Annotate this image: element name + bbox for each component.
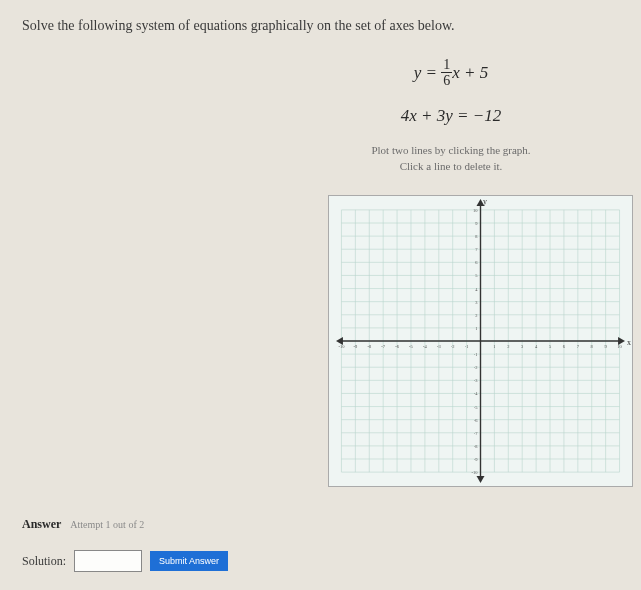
y-axis-label: y <box>483 197 487 206</box>
solution-label: Solution: <box>22 554 66 569</box>
submit-answer-button[interactable]: Submit Answer <box>150 551 228 571</box>
solution-row: Solution: Submit Answer <box>22 550 228 572</box>
svg-text:-1: -1 <box>465 344 469 349</box>
answer-row: Answer Attempt 1 out of 2 <box>22 517 144 532</box>
problem-prompt: Solve the following system of equations … <box>22 18 626 34</box>
svg-text:1: 1 <box>475 326 477 331</box>
coordinate-graph[interactable]: x y -10-10-9-9-8-8-7-7-6-6-5-5-4-4-3-3-2… <box>328 195 633 487</box>
eq1-after: x + 5 <box>452 63 488 82</box>
instruction-line-2: Click a line to delete it. <box>400 160 503 172</box>
solution-input[interactable] <box>74 550 142 572</box>
eq1-fraction: 16 <box>441 57 452 89</box>
svg-text:1: 1 <box>493 344 495 349</box>
eq1-numerator: 1 <box>441 57 452 73</box>
equation-1: y = 16x + 5 <box>291 58 611 90</box>
eq1-equals: = <box>421 63 441 82</box>
equations-block: y = 16x + 5 4x + 3y = −12 Plot two lines… <box>291 58 611 183</box>
eq1-denominator: 6 <box>441 73 452 88</box>
instruction-line-1: Plot two lines by clicking the graph. <box>371 144 530 156</box>
x-axis-label: x <box>627 338 631 347</box>
equation-2: 4x + 3y = −12 <box>291 106 611 126</box>
graph-instruction: Plot two lines by clicking the graph. Cl… <box>291 142 611 175</box>
svg-text:-10: -10 <box>338 344 345 349</box>
svg-text:10: 10 <box>617 344 622 349</box>
svg-text:-2: -2 <box>451 344 455 349</box>
svg-text:2: 2 <box>475 313 477 318</box>
svg-text:-10: -10 <box>472 470 479 475</box>
svg-text:10: 10 <box>473 208 478 213</box>
graph-svg[interactable]: x y -10-10-9-9-8-8-7-7-6-6-5-5-4-4-3-3-2… <box>329 196 632 486</box>
svg-text:-1: -1 <box>474 352 478 357</box>
attempt-text: Attempt 1 out of 2 <box>70 519 144 530</box>
answer-label: Answer <box>22 517 61 531</box>
svg-text:-2: -2 <box>474 365 478 370</box>
svg-text:2: 2 <box>507 344 509 349</box>
